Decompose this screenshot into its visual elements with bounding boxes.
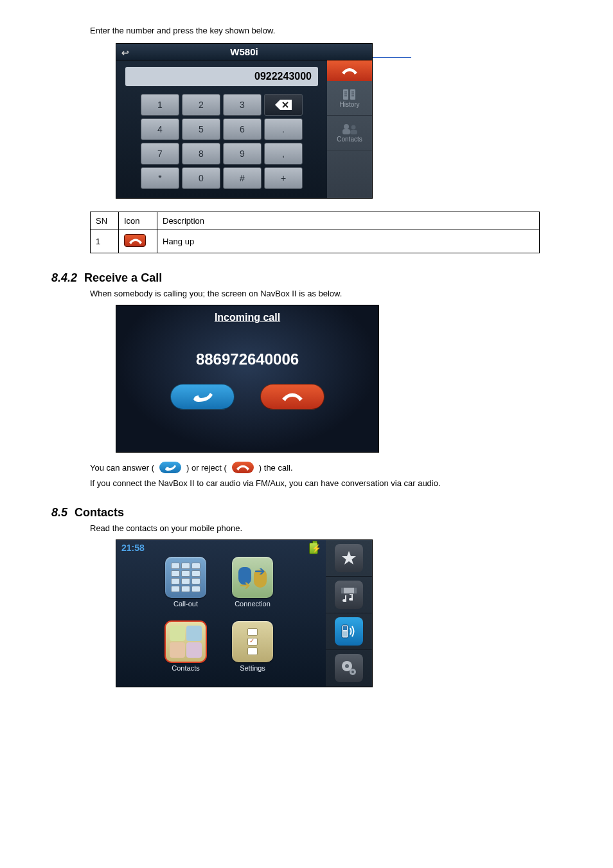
app-settings[interactable]: Settings: [219, 621, 286, 680]
svg-marker-15: [342, 551, 356, 565]
gear-icon: [335, 654, 363, 682]
svg-point-11: [344, 124, 349, 129]
reject-icon: [232, 462, 254, 473]
dialer-title: ↩ W580i: [116, 44, 372, 60]
svg-rect-3: [343, 89, 348, 100]
svg-rect-21: [343, 631, 347, 637]
app-connection-label: Connection: [235, 600, 271, 608]
keypad-icon: [171, 563, 200, 592]
key-9[interactable]: 9: [223, 143, 262, 165]
svg-rect-12: [342, 129, 350, 134]
key-dot[interactable]: .: [264, 118, 303, 140]
svg-point-25: [351, 671, 354, 673]
back-icon[interactable]: ↩: [121, 48, 129, 58]
callout-line: [373, 57, 411, 58]
phone-signal-icon: [335, 617, 363, 646]
svg-point-13: [351, 125, 356, 130]
contacts-button[interactable]: Contacts: [327, 116, 372, 150]
star-icon: [335, 544, 363, 572]
app-callout-label: Call-out: [173, 600, 198, 608]
history-button[interactable]: History: [327, 81, 372, 116]
key-5[interactable]: 5: [182, 118, 220, 140]
section-heading-receive: 8.4.2 Receive a Call: [51, 271, 587, 285]
key-8[interactable]: 8: [182, 143, 220, 165]
key-hash[interactable]: #: [223, 167, 262, 189]
answer-button[interactable]: [170, 384, 235, 410]
key-3[interactable]: 3: [223, 94, 262, 116]
svg-rect-14: [350, 130, 357, 134]
device-model: W580i: [230, 46, 258, 57]
incoming-call-screenshot: Incoming call 886972640006: [116, 305, 379, 453]
key-4[interactable]: 4: [141, 118, 179, 140]
key-star[interactable]: *: [141, 167, 179, 189]
svg-marker-0: [275, 100, 292, 110]
app-settings-label: Settings: [240, 664, 265, 672]
connection-icon: ➔➔: [237, 562, 268, 593]
receive-caption: When somebody is calling you; the screen…: [90, 289, 587, 298]
key-6[interactable]: 6: [223, 118, 262, 140]
dialer-screenshot: ↩ W580i 0922243000 1 2 3 4 5 6 . 7: [116, 43, 587, 199]
svg-rect-20: [343, 626, 347, 630]
app-callout[interactable]: Call-out: [152, 557, 219, 616]
key-1[interactable]: 1: [141, 94, 179, 116]
intro-text: Enter the number and press the key shown…: [90, 26, 587, 35]
icon-description-table: SN Icon Description 1 Hang up: [90, 212, 540, 253]
th-desc: Description: [157, 212, 540, 230]
section-heading-contacts: 8.5 Contacts: [51, 506, 587, 520]
key-plus[interactable]: +: [264, 167, 303, 189]
svg-rect-18: [354, 588, 357, 593]
contacts-label: Contacts: [337, 136, 362, 143]
key-backspace[interactable]: [264, 94, 303, 116]
svg-rect-17: [341, 588, 344, 593]
cell-icon: [119, 230, 157, 253]
side-phone[interactable]: [326, 613, 372, 650]
table-row: 1 Hang up: [91, 230, 540, 253]
answer-icon: [159, 462, 181, 473]
hangup-icon: [124, 234, 146, 247]
incoming-number: 886972640006: [116, 350, 378, 368]
reject-button[interactable]: [260, 384, 324, 410]
svg-point-23: [345, 664, 349, 668]
side-favorites[interactable]: [326, 540, 372, 577]
side-media[interactable]: [326, 577, 372, 613]
dial-number-display: 0922243000: [125, 67, 318, 86]
receive-note: If you connect the NavBox II to car audi…: [90, 478, 587, 488]
history-label: History: [339, 101, 359, 108]
contacts-caption: Read the contacts on your mobile phone.: [90, 523, 587, 533]
key-comma[interactable]: ,: [264, 143, 303, 165]
home-screen-screenshot: 21:58 ⚡ Call-out ➔➔ Connection: [116, 539, 373, 687]
svg-rect-4: [350, 89, 355, 100]
battery-icon: ⚡: [309, 543, 318, 554]
app-contacts[interactable]: Contacts: [152, 621, 219, 680]
incoming-title: Incoming call: [116, 305, 378, 323]
th-icon: Icon: [119, 212, 157, 230]
app-contacts-label: Contacts: [172, 664, 199, 672]
cell-sn: 1: [91, 230, 119, 253]
side-system[interactable]: [326, 650, 372, 687]
answer-reject-description: You can answer ( ) or reject ( ) the cal…: [90, 462, 587, 473]
key-7[interactable]: 7: [141, 143, 179, 165]
dial-keypad: 1 2 3 4 5 6 . 7 8 9 , * 0 #: [125, 94, 318, 189]
hangup-button[interactable]: [327, 60, 372, 81]
th-sn: SN: [91, 212, 119, 230]
status-time: 21:58: [121, 543, 145, 553]
app-connection[interactable]: ➔➔ Connection: [219, 557, 286, 616]
people-icon: [170, 626, 202, 658]
cell-desc: Hang up: [157, 230, 540, 253]
key-2[interactable]: 2: [182, 94, 220, 116]
settings-icon: [247, 628, 258, 655]
key-0[interactable]: 0: [182, 167, 220, 189]
media-icon: [335, 581, 363, 609]
